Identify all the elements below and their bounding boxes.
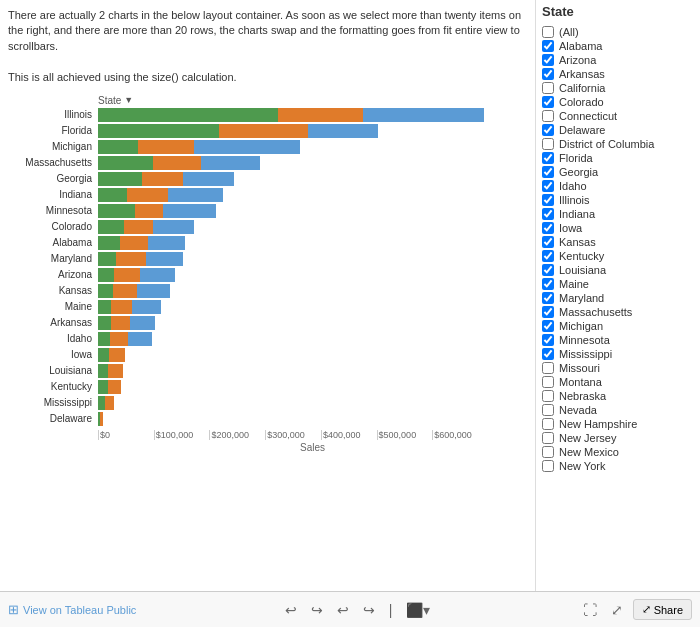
checkbox-label[interactable]: Florida	[559, 152, 593, 164]
list-item[interactable]: Alabama	[542, 39, 694, 53]
checkbox-label[interactable]: Connecticut	[559, 110, 617, 122]
list-item[interactable]: Idaho	[542, 179, 694, 193]
checkbox-input[interactable]	[542, 432, 554, 444]
tableau-link[interactable]: ⊞ View on Tableau Public	[8, 602, 136, 617]
checkbox-label[interactable]: Georgia	[559, 166, 598, 178]
checkbox-input[interactable]	[542, 40, 554, 52]
checkbox-input[interactable]	[542, 124, 554, 136]
list-item[interactable]: Maine	[542, 277, 694, 291]
list-item[interactable]: Colorado	[542, 95, 694, 109]
list-item[interactable]: Arkansas	[542, 67, 694, 81]
checkbox-label[interactable]: Nevada	[559, 404, 597, 416]
checkbox-label[interactable]: New Jersey	[559, 432, 616, 444]
checkbox-input[interactable]	[542, 54, 554, 66]
checkbox-label[interactable]: Missouri	[559, 362, 600, 374]
checkbox-label[interactable]: New York	[559, 460, 605, 472]
checkbox-label[interactable]: District of Columbia	[559, 138, 654, 150]
checkbox-input[interactable]	[542, 418, 554, 430]
list-item[interactable]: Missouri	[542, 361, 694, 375]
checkbox-label[interactable]: Louisiana	[559, 264, 606, 276]
checkbox-input[interactable]	[542, 152, 554, 164]
list-item[interactable]: Delaware	[542, 123, 694, 137]
download-button[interactable]: ⬛▾	[402, 600, 434, 620]
checkbox-input[interactable]	[542, 180, 554, 192]
list-item[interactable]: Connecticut	[542, 109, 694, 123]
list-item[interactable]: Georgia	[542, 165, 694, 179]
forward-button[interactable]: ↪	[359, 600, 379, 620]
chart-scroll[interactable]: IllinoisFloridaMichiganMassachusettsGeor…	[8, 108, 527, 428]
share-button[interactable]: ⤢ Share	[633, 599, 692, 620]
checkbox-input[interactable]	[542, 334, 554, 346]
back-button[interactable]: ↩	[333, 600, 353, 620]
checkbox-label[interactable]: Arkansas	[559, 68, 605, 80]
checkbox-input[interactable]	[542, 96, 554, 108]
checkbox-input[interactable]	[542, 208, 554, 220]
list-item[interactable]: New Jersey	[542, 431, 694, 445]
list-item[interactable]: Arizona	[542, 53, 694, 67]
checkbox-input[interactable]	[542, 166, 554, 178]
checkbox-label[interactable]: Alabama	[559, 40, 602, 52]
list-item[interactable]: Illinois	[542, 193, 694, 207]
checkbox-input[interactable]	[542, 236, 554, 248]
list-item[interactable]: Maryland	[542, 291, 694, 305]
checkbox-label[interactable]: Maine	[559, 278, 589, 290]
list-item[interactable]: Kansas	[542, 235, 694, 249]
undo-button[interactable]: ↩	[281, 600, 301, 620]
list-item[interactable]: New Hampshire	[542, 417, 694, 431]
checkbox-input[interactable]	[542, 194, 554, 206]
list-item[interactable]: Nebraska	[542, 389, 694, 403]
checkbox-input[interactable]	[542, 222, 554, 234]
list-item[interactable]: Iowa	[542, 221, 694, 235]
list-item[interactable]: District of Columbia	[542, 137, 694, 151]
checkbox-label[interactable]: Mississippi	[559, 348, 612, 360]
checkbox-label[interactable]: Arizona	[559, 54, 596, 66]
list-item[interactable]: Minnesota	[542, 333, 694, 347]
list-item[interactable]: Michigan	[542, 319, 694, 333]
checkbox-input[interactable]	[542, 26, 554, 38]
checkbox-label[interactable]: Delaware	[559, 124, 605, 136]
fullscreen-button[interactable]: ⛶	[579, 600, 601, 620]
redo-button[interactable]: ↪	[307, 600, 327, 620]
checkbox-input[interactable]	[542, 278, 554, 290]
checkbox-input[interactable]	[542, 82, 554, 94]
checkbox-label[interactable]: Iowa	[559, 222, 582, 234]
list-item[interactable]: Kentucky	[542, 249, 694, 263]
list-item[interactable]: New Mexico	[542, 445, 694, 459]
list-item[interactable]: Massachusetts	[542, 305, 694, 319]
list-item[interactable]: Louisiana	[542, 263, 694, 277]
checkbox-label[interactable]: Kansas	[559, 236, 596, 248]
list-item[interactable]: Florida	[542, 151, 694, 165]
checkbox-input[interactable]	[542, 460, 554, 472]
checkbox-label[interactable]: Montana	[559, 376, 602, 388]
sidebar[interactable]: State (All)AlabamaArizonaArkansasCalifor…	[535, 0, 700, 591]
checkbox-label[interactable]: Michigan	[559, 320, 603, 332]
checkbox-label[interactable]: Minnesota	[559, 334, 610, 346]
list-item[interactable]: (All)	[542, 25, 694, 39]
checkbox-input[interactable]	[542, 390, 554, 402]
checkbox-input[interactable]	[542, 348, 554, 360]
checkbox-input[interactable]	[542, 376, 554, 388]
checkbox-label[interactable]: California	[559, 82, 605, 94]
checkbox-label[interactable]: (All)	[559, 26, 579, 38]
checkbox-input[interactable]	[542, 292, 554, 304]
checkbox-input[interactable]	[542, 68, 554, 80]
checkbox-label[interactable]: New Mexico	[559, 446, 619, 458]
checkbox-input[interactable]	[542, 404, 554, 416]
checkbox-input[interactable]	[542, 110, 554, 122]
checkbox-input[interactable]	[542, 320, 554, 332]
checkbox-input[interactable]	[542, 362, 554, 374]
list-item[interactable]: Nevada	[542, 403, 694, 417]
checkbox-label[interactable]: Colorado	[559, 96, 604, 108]
checkbox-label[interactable]: Massachusetts	[559, 306, 632, 318]
checkbox-label[interactable]: Nebraska	[559, 390, 606, 402]
checkbox-input[interactable]	[542, 446, 554, 458]
checkbox-input[interactable]	[542, 306, 554, 318]
list-item[interactable]: New York	[542, 459, 694, 473]
checkbox-label[interactable]: Idaho	[559, 180, 587, 192]
checkbox-input[interactable]	[542, 250, 554, 262]
checkbox-input[interactable]	[542, 264, 554, 276]
list-item[interactable]: Montana	[542, 375, 694, 389]
list-item[interactable]: Indiana	[542, 207, 694, 221]
checkbox-label[interactable]: New Hampshire	[559, 418, 637, 430]
list-item[interactable]: California	[542, 81, 694, 95]
